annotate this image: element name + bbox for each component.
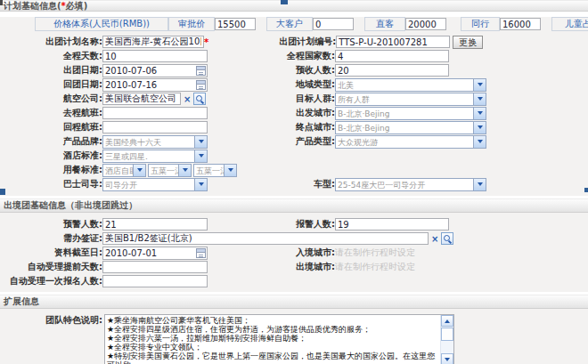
clear-icon[interactable]: ×: [184, 94, 191, 104]
peer-price-input[interactable]: [500, 18, 541, 30]
end-city-select[interactable]: B-北京·Bejing: [335, 121, 486, 134]
section-body-extended: 团队特色说明: ★乘坐海南航空公司豪华客机飞往美国； ★全程安排四星级酒店住宿，…: [0, 309, 588, 364]
price-system-label: 价格体系(人民币(RMB)): [35, 17, 168, 31]
total-days-label: 全程天数:: [0, 50, 102, 62]
region-type-select[interactable]: 北美: [335, 78, 486, 92]
section-extended: 扩展信息 团队特色说明: ★乘坐海南航空公司豪华客机飞往美国； ★全程安排四星级…: [0, 295, 588, 364]
tour-name-input[interactable]: [102, 36, 204, 48]
ui-artifact: [281, 0, 288, 4]
product-type-label: 产品类型:: [208, 135, 335, 148]
calendar-icon[interactable]: [196, 248, 206, 258]
chevron-down-icon: [194, 136, 207, 148]
form-row: 团队特色说明: ★乘坐海南航空公司豪华客机飞往美国； ★全程安排四星级酒店住宿，…: [0, 309, 588, 364]
team-feature-text: ★乘坐海南航空公司豪华客机飞往美国； ★全程安排四星级酒店住宿，住宿更为舒适，为…: [105, 315, 438, 364]
region-type-label: 地域类型:: [208, 78, 335, 91]
form-row: 出团计划名称: * 出团计划编号: 更换: [0, 35, 588, 49]
target-group-select[interactable]: 所有人群: [335, 93, 486, 106]
brand-label: 产品品牌:: [0, 135, 102, 148]
section-body-outbound: 预警人数: 报警人数: 需办签证: × 资料截至日:: [0, 213, 588, 292]
team-feature-textarea[interactable]: ★乘坐海南航空公司豪华客机飞往美国； ★全程安排四星级酒店住宿，住宿更为舒适，为…: [104, 314, 454, 364]
doc-deadline-field: [102, 247, 208, 260]
expected-pax-input[interactable]: [335, 64, 449, 77]
tour-name-label: 出团计划名称:: [0, 36, 102, 48]
form-row: 回程航班: 终点城市: B-北京·Bejing: [0, 120, 588, 134]
warning-pax-input[interactable]: [102, 218, 208, 231]
ui-artifact: [0, 189, 5, 195]
meal-standard-select-1[interactable]: 酒店自助: [102, 164, 146, 177]
bus-type-select[interactable]: 25-54座大巴一司导分开: [335, 178, 486, 191]
form-row: 需办签证: ×: [0, 231, 588, 246]
target-group-label: 目标人群:: [208, 93, 335, 105]
child-bed-price-label: 儿童占床: [551, 17, 588, 31]
search-button[interactable]: [193, 93, 206, 105]
calendar-icon[interactable]: [196, 66, 206, 76]
depart-date-label: 出团日期:: [0, 64, 102, 77]
depart-city-select[interactable]: B-北京·Bejing: [335, 107, 486, 120]
meal-standard-label: 用餐标准:: [0, 164, 102, 176]
form-row: 酒店标准: 三星或四星.: [0, 149, 588, 163]
return-date-input[interactable]: [103, 79, 196, 90]
scroll-up-icon[interactable]: [441, 315, 453, 327]
textarea-scrollbar[interactable]: [440, 315, 453, 364]
meal-standard-select-2[interactable]: 五菜一汤: [148, 164, 192, 177]
section-header-outbound: 出境团基础信息（非出境团跳过）: [0, 198, 588, 213]
chevron-down-icon: [473, 93, 486, 105]
outbound-flight-label: 去程航班:: [0, 107, 102, 119]
chevron-down-icon: [194, 150, 207, 162]
key-account-price-label: 大客户: [266, 17, 313, 31]
scroll-down-icon[interactable]: [441, 353, 453, 364]
brand-select[interactable]: 美国经典十六天: [102, 135, 208, 149]
doc-deadline-input[interactable]: [103, 247, 196, 258]
hotel-standard-select[interactable]: 三星或四星.: [102, 150, 208, 163]
product-type-select[interactable]: 大众观光游: [335, 135, 486, 149]
return-flight-input[interactable]: [102, 121, 208, 133]
alarm-pax-input[interactable]: [335, 218, 449, 231]
chevron-down-icon: [194, 179, 207, 190]
team-feature-label: 团队特色说明:: [0, 314, 102, 327]
chevron-down-icon: [473, 122, 486, 133]
section-outbound-basic: 出境团基础信息（非出境团跳过） 预警人数: 报警人数: 需办签证: × 资料截至…: [0, 198, 588, 292]
visa-input[interactable]: [102, 232, 429, 245]
bus-guide-label: 巴士司导:: [0, 178, 102, 190]
section-title-suffix: 必填): [66, 0, 88, 12]
airline-label: 航空公司:: [0, 93, 102, 105]
search-button[interactable]: [441, 232, 453, 245]
section-body-plan: 价格体系(人民币(RMB)) 审批价 大客户 直客 同行 儿童占床 出团计划名称…: [0, 17, 588, 196]
direct-price-label: 直客: [364, 17, 405, 31]
form-row: 回团日期: 地域类型: 北美: [0, 77, 588, 92]
bus-guide-select[interactable]: 司导分开: [102, 178, 208, 191]
end-city-label: 终点城市:: [208, 121, 335, 133]
total-days-input[interactable]: [102, 50, 208, 62]
country-count-input[interactable]: [335, 50, 449, 62]
approval-price-input[interactable]: [215, 18, 256, 30]
change-plan-no-button[interactable]: 更换: [453, 36, 483, 49]
hotel-standard-label: 酒店标准:: [0, 150, 102, 162]
airline-input[interactable]: [102, 93, 181, 105]
visa-label: 需办签证:: [0, 232, 102, 245]
depart-city-label: 出发城市:: [208, 107, 335, 119]
form-row: 出团日期: 预收人数:: [0, 63, 588, 77]
search-icon: [444, 235, 452, 243]
form-row: 航空公司: × 目标人群: 所有人群: [0, 92, 588, 106]
auto-days-input[interactable]: [102, 261, 208, 273]
section-title: 出境团基础信息（非出境团跳过）: [4, 199, 137, 212]
section-header-plan: 计划基础信息(*必填): [0, 0, 588, 12]
depart-date-input[interactable]: [103, 65, 196, 76]
tour-plan-form-page: 计划基础信息(*必填) 价格体系(人民币(RMB)) 审批价 大客户 直客 同行…: [0, 0, 588, 364]
chevron-down-icon: [473, 136, 486, 148]
plan-no-input[interactable]: [336, 36, 450, 48]
key-account-price-input[interactable]: [313, 18, 354, 30]
outbound-flight-input[interactable]: [102, 107, 208, 119]
scrollbar-thumb[interactable]: [441, 328, 453, 341]
plan-no-label: 出团计划编号:: [208, 36, 336, 48]
form-row: 去程航班: 出发城市: B-北京·Bejing: [0, 106, 588, 120]
meal-standard-select-3[interactable]: 五菜一汤: [193, 164, 237, 177]
direct-price-input[interactable]: [405, 18, 446, 30]
clear-icon[interactable]: ×: [431, 234, 438, 244]
alarm-pax-label: 报警人数:: [208, 218, 335, 231]
chevron-down-icon: [224, 165, 236, 176]
ui-artifact: [584, 188, 588, 192]
auto-pax-input[interactable]: [102, 275, 208, 287]
doc-deadline-label: 资料截至日:: [0, 247, 102, 259]
calendar-icon[interactable]: [196, 80, 206, 90]
